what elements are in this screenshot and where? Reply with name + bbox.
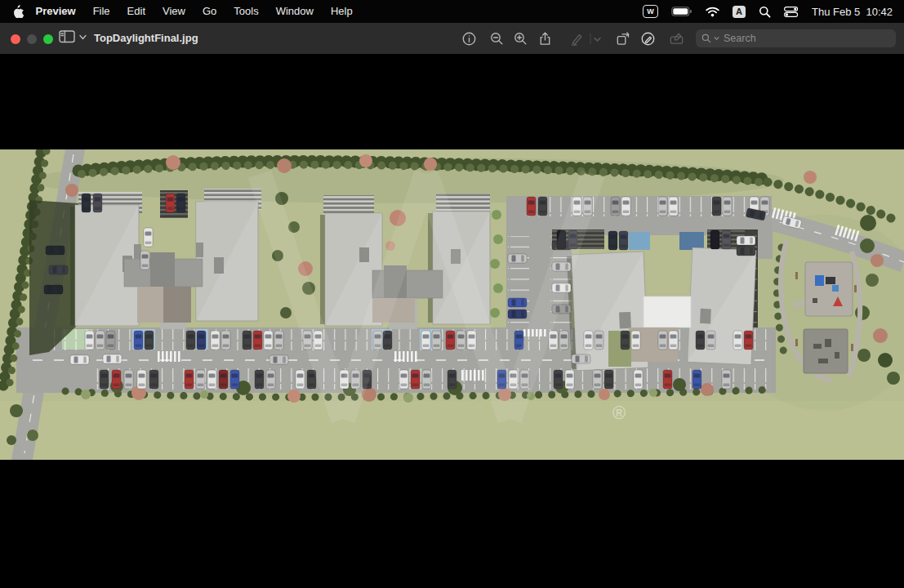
close-button[interactable] xyxy=(11,34,20,44)
menu-item-help[interactable]: Help xyxy=(322,0,361,23)
menu-bar-clock[interactable]: Thu Feb 5 10:42 xyxy=(812,6,893,18)
info-button[interactable] xyxy=(461,30,477,47)
pencil-circle-button[interactable] xyxy=(639,30,656,47)
menu-item-go[interactable]: Go xyxy=(194,0,225,23)
sidebar-icon xyxy=(59,29,76,44)
word-menu-icon[interactable]: W xyxy=(643,5,658,18)
share-button[interactable] xyxy=(537,30,553,47)
markup-chevron-button[interactable] xyxy=(590,30,603,47)
sidebar-toggle-button[interactable] xyxy=(59,29,87,44)
image-canvas[interactable]: ® xyxy=(0,149,904,460)
markup-pen-button[interactable] xyxy=(568,30,585,47)
fill-sign-button[interactable] xyxy=(669,30,685,47)
registered-trademark-symbol: ® xyxy=(612,403,626,423)
menu-item-preview[interactable]: Preview xyxy=(27,0,84,23)
menu-item-tools[interactable]: Tools xyxy=(225,0,267,23)
menu-bar-left: Preview File Edit View Go Tools Window H… xyxy=(0,0,361,23)
wifi-icon[interactable] xyxy=(706,7,719,17)
menu-bar: Preview File Edit View Go Tools Window H… xyxy=(0,0,904,23)
rotate-button[interactable] xyxy=(614,30,630,47)
spotlight-icon[interactable] xyxy=(759,6,771,18)
control-center-icon[interactable] xyxy=(784,7,799,17)
fullscreen-button[interactable] xyxy=(43,34,53,44)
menu-item-window[interactable]: Window xyxy=(267,0,322,23)
input-source-icon[interactable]: A xyxy=(733,6,746,18)
minimize-button[interactable] xyxy=(27,34,37,44)
zoom-out-button[interactable] xyxy=(488,30,505,47)
sidebar-chevron-icon xyxy=(79,34,87,40)
preview-content-background: ® xyxy=(0,54,904,588)
window-toolbar: TopDaylightFinal.jpg xyxy=(0,23,904,55)
menu-bar-status: W A xyxy=(643,0,904,23)
menu-item-view[interactable]: View xyxy=(154,0,194,23)
traffic-lights xyxy=(11,34,53,44)
search-scope-chevron-icon xyxy=(714,36,719,41)
screen: Preview File Edit View Go Tools Window H… xyxy=(0,0,904,588)
battery-icon[interactable] xyxy=(671,7,692,16)
apple-menu-icon[interactable] xyxy=(13,5,24,18)
search-input[interactable] xyxy=(722,32,890,45)
search-field[interactable] xyxy=(696,29,896,47)
zoom-in-button[interactable] xyxy=(512,30,528,47)
menu-item-file[interactable]: File xyxy=(84,0,118,23)
document-title: TopDaylightFinal.jpg xyxy=(94,23,198,54)
menu-item-edit[interactable]: Edit xyxy=(118,0,154,23)
search-icon xyxy=(701,33,711,43)
